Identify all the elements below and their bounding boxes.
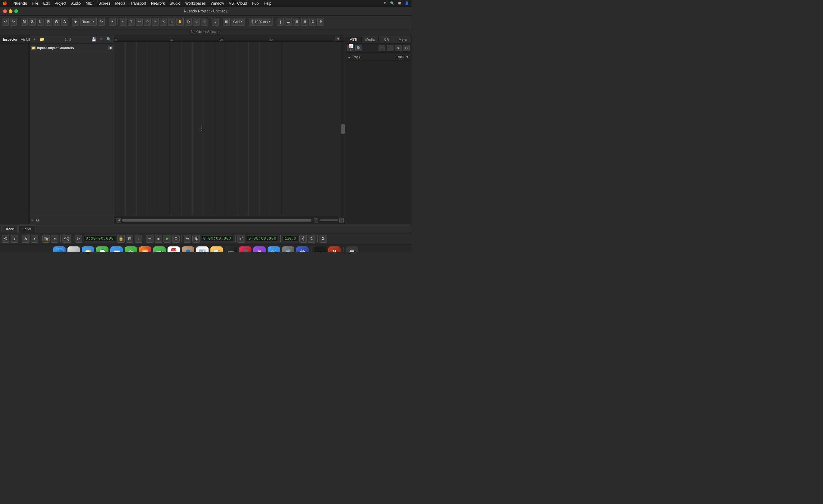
menu-workspaces[interactable]: Workspaces — [185, 1, 206, 6]
menu-transport[interactable]: Transport — [130, 1, 146, 6]
dock-item-podcasts[interactable]: 🎙 — [253, 246, 266, 252]
track-mute-button[interactable]: ◼ — [108, 46, 113, 50]
transport-bpm[interactable]: 120.0 — [283, 235, 298, 242]
click-button[interactable]: 🎭 — [42, 234, 50, 243]
dock-item-calendar[interactable]: MAY 20 — [168, 246, 180, 252]
zoom-minus-button[interactable]: − — [314, 218, 318, 222]
time-format-button[interactable]: ⊟ — [126, 234, 133, 243]
menu-scores[interactable]: Scores — [99, 1, 110, 6]
tab-track[interactable]: Track — [1, 225, 18, 232]
automation-icon[interactable]: ◆ — [72, 18, 79, 26]
menu-help[interactable]: Help — [264, 1, 271, 6]
latch-button[interactable]: L — [37, 18, 44, 26]
settings-icon[interactable]: ⚙ — [317, 18, 324, 26]
rewind-button[interactable]: ↩ — [146, 234, 154, 243]
dock-item-nuendo[interactable]: N — [328, 246, 341, 252]
view-btn-3[interactable]: ⊠ — [309, 18, 316, 26]
write-button[interactable]: W — [53, 18, 60, 26]
track-view-button[interactable]: 📁 — [39, 36, 45, 42]
dock-item-facetime[interactable]: 📷 — [153, 246, 166, 252]
menu-midi[interactable]: MIDI — [86, 1, 94, 6]
vertical-scrollbar[interactable] — [341, 42, 345, 216]
track-save-icon[interactable]: 💾 — [91, 36, 97, 42]
input-mode-dropdown[interactable]: ▾ — [31, 234, 38, 243]
panel-splitter[interactable] — [200, 42, 202, 216]
select-tool[interactable]: ✦ — [109, 18, 116, 26]
rp-up-button[interactable]: ↑ — [378, 45, 385, 51]
track-search-icon[interactable]: 🔍 — [106, 36, 112, 42]
scrollbar-thumb-h[interactable] — [122, 219, 311, 221]
volume-tool[interactable]: ◁ — [193, 18, 200, 26]
pencil-tool[interactable]: ✏ — [136, 18, 143, 26]
tempo-sync-button[interactable]: ↻ — [308, 234, 315, 243]
dock-item-music[interactable]: 🎵 — [239, 246, 252, 252]
tab-meter[interactable]: Meter — [395, 36, 412, 42]
horizontal-scrollbar[interactable]: ◀ − + — [114, 216, 345, 224]
scroll-left-h-button[interactable]: ◀ — [117, 218, 121, 222]
undo-button[interactable]: ↺ — [2, 18, 9, 26]
dock-item-photos[interactable]: 🌅 — [139, 246, 151, 252]
menu-file[interactable]: File — [32, 1, 38, 6]
mute-tool[interactable]: D — [185, 18, 192, 26]
control-center-icon[interactable]: ⊞ — [398, 1, 401, 5]
table-row[interactable]: 📁 Input/Output Channels ◼ — [29, 43, 114, 52]
track-settings-icon[interactable]: ⚙ — [34, 217, 41, 223]
menu-vstcloud[interactable]: VST Cloud — [229, 1, 247, 6]
menu-studio[interactable]: Studio — [170, 1, 180, 6]
curve-tool[interactable]: ◁ — [201, 18, 208, 26]
magnify-tool[interactable]: ⌕ — [168, 18, 175, 26]
menu-project[interactable]: Project — [55, 1, 66, 6]
arrange-body[interactable] — [114, 42, 345, 216]
pointer-tool[interactable]: ↖ — [120, 18, 127, 26]
sync-button[interactable]: ↻ — [98, 18, 105, 26]
search-menubar-icon[interactable]: 🔍 — [390, 1, 394, 5]
dock-item-contacts[interactable]: 👤 — [182, 246, 194, 252]
minimize-button[interactable] — [9, 9, 12, 13]
redo-button[interactable]: ↻ — [10, 18, 17, 26]
tab-media[interactable]: Media — [362, 36, 378, 42]
meter-btn-1[interactable]: | — [277, 18, 284, 26]
grid-value-dropdown[interactable]: 𝄞 1000 ms ▾ — [249, 18, 273, 26]
stop-button[interactable]: ■ — [155, 234, 162, 243]
hand-tool[interactable]: ✋ — [176, 18, 184, 26]
view-btn-1[interactable]: ⊟ — [293, 18, 300, 26]
sync-btn[interactable]: ⇄ — [237, 234, 245, 243]
dock-item-appstore[interactable]: Ⓐ — [268, 246, 280, 252]
track-list-icon[interactable]: ≡ — [98, 36, 105, 42]
add-track-button[interactable]: + — [31, 36, 38, 42]
menu-hub[interactable]: Hub — [252, 1, 259, 6]
record-mode-button[interactable]: ⊙ — [2, 234, 9, 243]
search-vsti-button[interactable]: 🔍 — [355, 45, 362, 51]
click-metro-button[interactable]: ◉ — [192, 234, 200, 243]
aq-button[interactable]: AQ — [62, 234, 71, 243]
play-button[interactable]: ▶ — [163, 234, 171, 243]
dock-item-terminal[interactable]: >_ — [314, 246, 326, 252]
zoom-plus-button[interactable]: + — [339, 218, 344, 222]
dock-item-maps[interactable]: 🗺 — [125, 246, 137, 252]
cross-tool[interactable]: ⊞ — [223, 18, 230, 26]
transport-more-button[interactable]: ⚙ — [320, 234, 327, 243]
apple-menu[interactable]: 🍎 — [2, 1, 7, 6]
grid-dropdown[interactable]: Grid ▾ — [231, 18, 245, 26]
scissors-tool[interactable]: ✂ — [152, 18, 159, 26]
dock-item-launchpad[interactable]: ⠿ — [67, 246, 80, 252]
text-tool[interactable]: T — [128, 18, 135, 26]
touch-mode-dropdown[interactable]: Touch ▾ — [80, 18, 97, 26]
glue-tool[interactable]: X — [160, 18, 167, 26]
dock-item-reminders[interactable]: ☑️ — [196, 246, 208, 252]
dock-item-trash[interactable]: 🗑 — [346, 246, 358, 252]
scroll-left-button[interactable]: ◀ — [335, 36, 340, 41]
punch-in-button[interactable]: ⊳ — [75, 234, 83, 243]
dock-item-safari[interactable]: 🧭 — [82, 246, 94, 252]
dock-item-mail[interactable]: ✉️ — [110, 246, 123, 252]
menu-window[interactable]: Window — [211, 1, 224, 6]
eraser-tool[interactable]: ◇ — [144, 18, 151, 26]
solo-button[interactable]: S — [29, 18, 36, 26]
dock-item-messages[interactable]: 💬 — [96, 246, 109, 252]
dock-item-appletv[interactable]: 📺 — [225, 246, 237, 252]
menu-edit[interactable]: Edit — [43, 1, 50, 6]
dock-item-sysprefs[interactable]: ⚙️ — [282, 246, 294, 252]
user-icon[interactable]: 👤 — [405, 1, 409, 5]
rp-down-button[interactable]: ↓ — [387, 45, 393, 51]
menu-network[interactable]: Network — [151, 1, 165, 6]
